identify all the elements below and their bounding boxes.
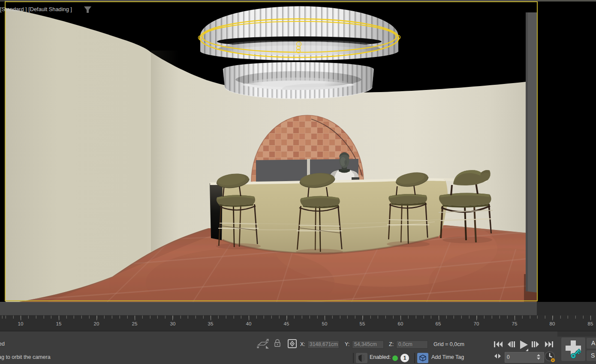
svg-text:[Standard ] [Default Shading ]: [Standard ] [Default Shading ]: [0, 6, 72, 12]
